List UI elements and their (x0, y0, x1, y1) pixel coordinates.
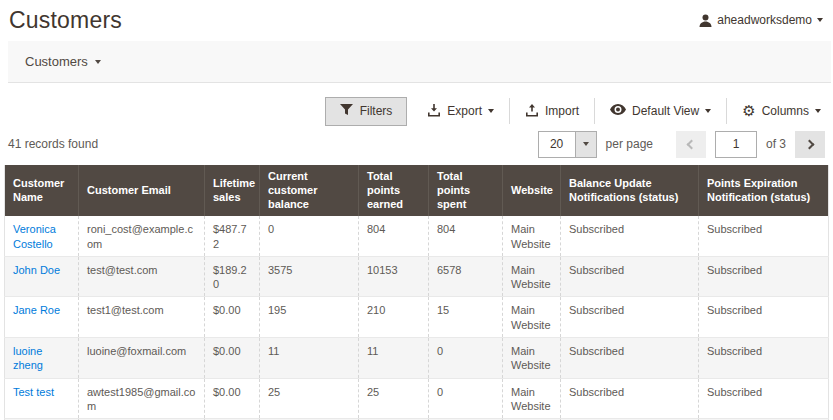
import-button[interactable]: Import (519, 99, 585, 124)
records-found: 41 records found (8, 137, 98, 151)
caret-down-icon (705, 109, 711, 113)
funnel-icon (340, 104, 353, 119)
cell-customer-email: luoine@foxmail.com (79, 338, 205, 379)
cell-customer-name: Test test (5, 378, 79, 419)
default-view-label: Default View (632, 104, 699, 118)
user-icon (699, 14, 712, 27)
column-header-lifetime-sales[interactable]: Lifetime sales (205, 165, 260, 216)
cell-points-earned: 804 (359, 216, 429, 256)
per-page-select[interactable]: 20 (538, 131, 597, 158)
next-page-button[interactable] (795, 131, 825, 158)
cell-customer-name: luoine zheng (5, 338, 79, 379)
column-header-points-earned[interactable]: Total points earned (359, 165, 429, 216)
cell-current-balance: 3575 (260, 256, 359, 297)
cell-customer-name: Veronica Costello (5, 216, 79, 256)
column-header-points-spent[interactable]: Total points spent (429, 165, 503, 216)
pagination: 20 per page of 3 (538, 131, 825, 158)
cell-customer-email: roni_cost@example.com (79, 216, 205, 256)
cell-points-earned: 11 (359, 338, 429, 379)
user-menu-button[interactable]: aheadworksdemo (699, 13, 823, 27)
columns-button[interactable]: ⚙ Columns (736, 100, 827, 123)
cell-points-spent: 0 (429, 378, 503, 419)
cell-lifetime-sales: $189.20 (205, 256, 260, 297)
cell-current-balance: 195 (260, 297, 359, 338)
cell-points-spent: 6578 (429, 256, 503, 297)
cell-customer-name: Jane Roe (5, 297, 79, 338)
column-header-balance-notifications[interactable]: Balance Update Notifications (status) (561, 165, 699, 216)
per-page-label: per page (606, 137, 653, 151)
cell-expiration-notifications: Subscribed (699, 378, 829, 419)
scope-switcher-bar: Customers (8, 41, 831, 83)
cell-customer-email: test1@test.com (79, 297, 205, 338)
cell-customer-email: awtest1985@gmail.com (79, 378, 205, 419)
select-arrow (575, 132, 596, 157)
total-pages-label: of 3 (766, 137, 786, 151)
cell-lifetime-sales: $487.72 (205, 216, 260, 256)
table-row: John Doe test@test.com $189.20 3575 1015… (5, 256, 829, 297)
chevron-right-icon (804, 139, 814, 149)
table-row: Test test awtest1985@gmail.com $0.00 25 … (5, 378, 829, 419)
toolbar-separator (726, 98, 727, 124)
customer-name-link[interactable]: John Doe (13, 264, 60, 276)
chevron-left-icon (687, 139, 697, 149)
cell-current-balance: 0 (260, 216, 359, 256)
cell-customer-email: test@test.com (79, 256, 205, 297)
table-row: luoine zheng luoine@foxmail.com $0.00 11… (5, 338, 829, 379)
customers-grid: Customer Name Customer Email Lifetime sa… (4, 165, 829, 420)
cell-balance-notifications: Subscribed (561, 378, 699, 419)
cell-lifetime-sales: $0.00 (205, 297, 260, 338)
toolbar-separator (509, 98, 510, 124)
eye-icon (610, 104, 626, 118)
grid-header-row: 41 records found 20 per page of 3 (8, 129, 825, 159)
customer-name-link[interactable]: Veronica Costello (13, 223, 56, 249)
cell-points-spent: 804 (429, 216, 503, 256)
cell-balance-notifications: Subscribed (561, 338, 699, 379)
import-label: Import (545, 104, 579, 118)
caret-down-icon (95, 60, 101, 64)
export-icon (427, 103, 441, 120)
export-button[interactable]: Export (421, 99, 500, 124)
cell-points-spent: 0 (429, 338, 503, 379)
page-header: Customers aheadworksdemo (0, 0, 833, 40)
scope-switcher-button[interactable]: Customers (25, 54, 101, 69)
filters-label: Filters (360, 104, 393, 118)
cell-website: Main Website (503, 297, 561, 338)
column-header-expiration-notifications[interactable]: Points Expiration Notification (status) (699, 165, 829, 216)
table-row: Jane Roe test1@test.com $0.00 195 210 15… (5, 297, 829, 338)
cell-lifetime-sales: $0.00 (205, 338, 260, 379)
scope-switcher-label: Customers (25, 54, 88, 69)
table-header-row: Customer Name Customer Email Lifetime sa… (5, 165, 829, 216)
cell-points-earned: 210 (359, 297, 429, 338)
cell-current-balance: 25 (260, 378, 359, 419)
column-header-current-balance[interactable]: Current customer balance (260, 165, 359, 216)
filters-button[interactable]: Filters (325, 97, 408, 126)
current-page-input[interactable] (715, 131, 757, 158)
caret-down-icon (488, 109, 494, 113)
cell-expiration-notifications: Subscribed (699, 338, 829, 379)
import-icon (525, 103, 539, 120)
caret-down-icon (817, 18, 823, 22)
cell-expiration-notifications: Subscribed (699, 256, 829, 297)
default-view-button[interactable]: Default View (604, 100, 717, 122)
cell-balance-notifications: Subscribed (561, 256, 699, 297)
customer-name-link[interactable]: Test test (13, 386, 54, 398)
table-body: Veronica Costello roni_cost@example.com … (5, 216, 829, 420)
previous-page-button[interactable] (676, 131, 706, 158)
cell-points-earned: 25 (359, 378, 429, 419)
cell-points-earned: 10153 (359, 256, 429, 297)
cell-customer-name: John Doe (5, 256, 79, 297)
column-header-customer-name[interactable]: Customer Name (5, 165, 79, 216)
customer-name-link[interactable]: Jane Roe (13, 304, 60, 316)
column-header-website[interactable]: Website (503, 165, 561, 216)
cell-expiration-notifications: Subscribed (699, 216, 829, 256)
cell-website: Main Website (503, 378, 561, 419)
column-header-customer-email[interactable]: Customer Email (79, 165, 205, 216)
grid-actions: Export Import Default View (421, 98, 827, 124)
user-menu-label: aheadworksdemo (717, 13, 812, 27)
customer-name-link[interactable]: luoine zheng (13, 345, 43, 371)
caret-down-icon (583, 142, 589, 146)
cell-balance-notifications: Subscribed (561, 297, 699, 338)
export-label: Export (447, 104, 482, 118)
columns-label: Columns (762, 104, 809, 118)
cell-current-balance: 11 (260, 338, 359, 379)
